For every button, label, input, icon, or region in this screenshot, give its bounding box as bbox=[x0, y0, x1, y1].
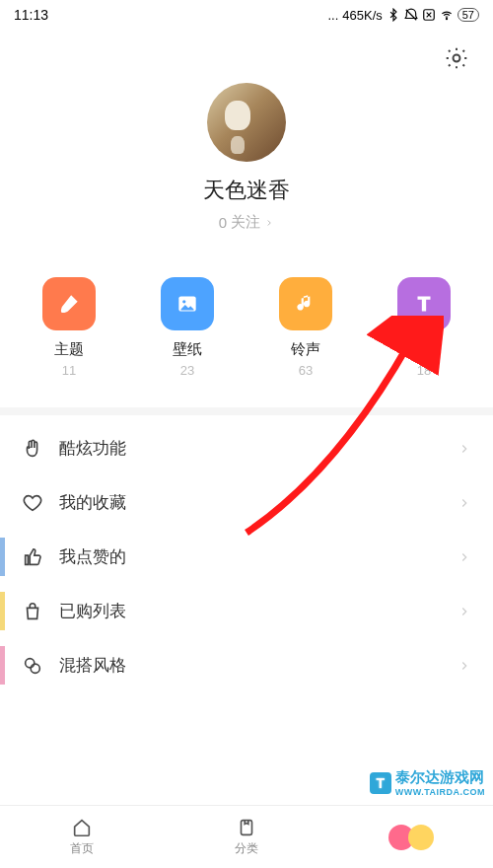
nav-home[interactable]: 首页 bbox=[0, 806, 165, 868]
chevron-right-icon bbox=[458, 550, 471, 564]
category-ringtone[interactable]: 铃声 63 bbox=[266, 277, 345, 378]
category-font[interactable]: 字体 18 bbox=[385, 277, 463, 378]
heart-icon bbox=[22, 492, 43, 514]
category-theme[interactable]: 主题 11 bbox=[30, 277, 108, 378]
mute-icon bbox=[404, 8, 418, 22]
battery-badge: 57 bbox=[458, 8, 479, 22]
thumb-up-icon bbox=[22, 546, 43, 568]
svg-point-3 bbox=[454, 55, 460, 62]
menu-item-purchased[interactable]: 已购列表 bbox=[0, 584, 493, 638]
menu-item-favorites[interactable]: 我的收藏 bbox=[0, 475, 493, 530]
mix-icon bbox=[22, 655, 43, 677]
avatar[interactable] bbox=[207, 83, 286, 162]
gear-icon[interactable] bbox=[444, 45, 469, 71]
follow-link[interactable]: 0关注 bbox=[219, 213, 274, 232]
menu-item-cool-features[interactable]: 酷炫功能 bbox=[0, 421, 493, 475]
svg-point-2 bbox=[446, 19, 447, 20]
settings-row bbox=[0, 30, 493, 75]
chevron-right-icon bbox=[458, 442, 471, 456]
status-bar: 11:13 ... 465K/s 57 bbox=[0, 0, 493, 30]
brush-icon bbox=[42, 277, 96, 330]
category-wallpaper[interactable]: 壁纸 23 bbox=[148, 277, 227, 378]
stripe-decoration bbox=[0, 592, 5, 630]
chevron-right-icon bbox=[458, 496, 471, 510]
watermark: T 泰尔达游戏网 WWW.TAIRDA.COM bbox=[370, 768, 485, 797]
watermark-logo-icon: T bbox=[370, 772, 391, 794]
rock-hand-icon bbox=[22, 438, 43, 460]
no-sim-icon bbox=[422, 8, 436, 22]
text-icon bbox=[397, 277, 451, 330]
category-icon bbox=[236, 817, 257, 838]
bluetooth-icon bbox=[387, 8, 400, 22]
music-icon bbox=[279, 277, 332, 330]
menu-item-mix-style[interactable]: 混搭风格 bbox=[0, 638, 493, 692]
status-right: ... 465K/s 57 bbox=[327, 8, 479, 23]
nav-category[interactable]: 分类 bbox=[165, 806, 329, 868]
svg-point-5 bbox=[182, 300, 185, 303]
chevron-right-icon bbox=[458, 605, 471, 618]
nav-extra[interactable] bbox=[328, 825, 493, 850]
svg-point-6 bbox=[26, 658, 35, 667]
menu-item-liked[interactable]: 我点赞的 bbox=[0, 530, 493, 584]
nav-circle-icon bbox=[408, 825, 434, 850]
chevron-right-icon bbox=[458, 659, 471, 673]
wifi-icon bbox=[440, 8, 454, 22]
image-icon bbox=[161, 277, 214, 330]
menu-list: 酷炫功能 我的收藏 我点赞的 已购列表 混搭风格 bbox=[0, 415, 493, 698]
status-time: 11:13 bbox=[14, 7, 48, 23]
home-icon bbox=[71, 817, 93, 838]
svg-point-7 bbox=[31, 664, 39, 673]
bag-icon bbox=[22, 601, 43, 622]
bottom-nav: 首页 分类 bbox=[0, 805, 493, 868]
chevron-right-icon bbox=[264, 218, 274, 228]
stripe-decoration bbox=[0, 646, 5, 685]
category-grid: 主题 11 壁纸 23 铃声 63 字体 18 bbox=[0, 250, 493, 415]
profile-section: 天色迷香 0关注 bbox=[0, 75, 493, 250]
stripe-decoration bbox=[0, 538, 5, 576]
network-speed: 465K/s bbox=[342, 8, 382, 23]
username: 天色迷香 bbox=[203, 176, 290, 205]
